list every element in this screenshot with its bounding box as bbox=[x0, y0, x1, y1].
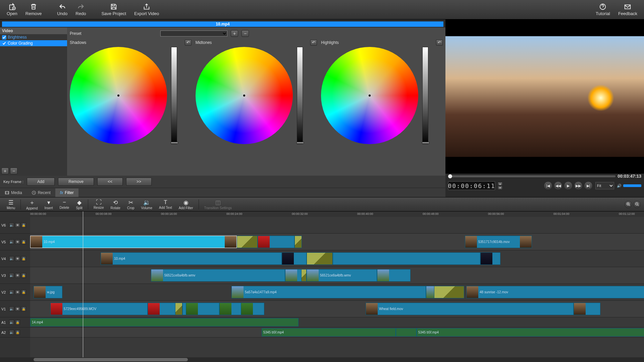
split-button[interactable]: ◆Split bbox=[72, 198, 86, 210]
track-header-v3[interactable]: V3🔈👁🔒 bbox=[0, 267, 30, 284]
brightness-checkbox[interactable] bbox=[2, 35, 6, 40]
track-header-v1[interactable]: V1🔈👁🔒 bbox=[0, 301, 30, 317]
lock-icon[interactable]: 🔒 bbox=[15, 330, 20, 335]
time-ruler[interactable]: 00:00:00:0000:00:08:0000:00:16:0000:00:2… bbox=[30, 212, 644, 217]
track-v1[interactable]: 5729eec495689.MOVWheat field.mov bbox=[30, 301, 644, 317]
track-header-a1[interactable]: A1🔈🔒 bbox=[0, 317, 30, 327]
preview-viewport[interactable] bbox=[445, 36, 644, 157]
clip[interactable] bbox=[574, 303, 600, 315]
track-header-v5[interactable]: V5🔈👁🔒 bbox=[0, 234, 30, 250]
zoom-out-button[interactable] bbox=[633, 201, 641, 208]
track-v2[interactable]: w.jpg5a57a4a1477a9.mp448 sunrise -12.mov bbox=[30, 284, 644, 301]
lock-icon[interactable]: 🔒 bbox=[15, 320, 20, 325]
midtones-reset-button[interactable]: ↶ bbox=[310, 40, 317, 46]
add-effect-button[interactable]: + bbox=[1, 168, 9, 174]
scrub-bar[interactable] bbox=[448, 175, 615, 177]
save-project-button[interactable]: Save Project bbox=[99, 2, 129, 17]
track-a2[interactable]: 5345 b5f.mp45345 b5f.mp4 bbox=[30, 327, 644, 338]
sidebar-item-color-grading[interactable]: Color Grading bbox=[0, 40, 67, 46]
eye-icon[interactable]: 👁 bbox=[15, 290, 20, 295]
timeline-h-scrollbar[interactable] bbox=[0, 357, 644, 362]
clip[interactable] bbox=[237, 236, 258, 248]
play-button[interactable]: ▶ bbox=[564, 181, 573, 190]
export-video-button[interactable]: Export Video bbox=[131, 2, 162, 17]
tutorial-button[interactable]: Tutorial bbox=[593, 2, 613, 17]
mute-icon[interactable]: 🔈 bbox=[9, 330, 14, 335]
append-button[interactable]: ＋Append bbox=[23, 198, 41, 211]
clip[interactable] bbox=[186, 303, 219, 315]
clip[interactable]: 5729eec495689.MOV bbox=[50, 303, 148, 315]
keyframe-next-button[interactable]: >> bbox=[126, 178, 152, 186]
rotate-button[interactable]: ⟲Rotate bbox=[107, 198, 123, 210]
shadows-luminance-slider[interactable] bbox=[171, 47, 177, 144]
clip[interactable]: 56521ce8a4bfb.wmv bbox=[307, 269, 377, 282]
keyframe-prev-button[interactable]: << bbox=[97, 178, 123, 186]
lock-icon[interactable]: 🔒 bbox=[21, 273, 26, 278]
clip[interactable] bbox=[294, 236, 302, 248]
timecode-down-button[interactable]: ▼ bbox=[498, 186, 502, 190]
clip[interactable] bbox=[307, 252, 333, 265]
mute-icon[interactable]: 🔈 bbox=[9, 320, 14, 325]
clip[interactable] bbox=[480, 252, 500, 265]
insert-button[interactable]: ▾Insert bbox=[41, 198, 56, 210]
clip[interactable]: 10.mp4 bbox=[30, 236, 237, 248]
midtones-wheel[interactable] bbox=[196, 47, 293, 144]
tab-filter[interactable]: fxFilter bbox=[55, 188, 78, 197]
clip[interactable] bbox=[258, 236, 294, 248]
zoom-in-button[interactable] bbox=[625, 201, 632, 208]
preset-select[interactable] bbox=[160, 31, 227, 37]
step-back-button[interactable]: ◀◀ bbox=[554, 181, 562, 190]
volume-button[interactable]: 🔉Volume bbox=[138, 198, 156, 210]
add-filter-button[interactable]: ◉Add Filter bbox=[175, 198, 197, 210]
highlights-wheel[interactable] bbox=[321, 47, 418, 144]
clip[interactable] bbox=[434, 286, 464, 298]
mute-icon[interactable]: 🔈 bbox=[9, 256, 14, 261]
timeline-menu-button[interactable]: ☰Menu bbox=[3, 198, 18, 210]
tab-media[interactable]: Media bbox=[0, 188, 27, 197]
tracks-area[interactable]: 00:00:00:0000:00:08:0000:00:16:0000:00:2… bbox=[30, 212, 644, 357]
feedback-button[interactable]: Feedback bbox=[615, 2, 640, 17]
clip[interactable]: 5345 b5f.mp4 bbox=[262, 328, 396, 337]
undo-button[interactable]: Undo bbox=[54, 2, 70, 17]
clip[interactable] bbox=[175, 303, 182, 315]
clip[interactable] bbox=[333, 252, 480, 265]
highlights-luminance-slider[interactable] bbox=[422, 47, 428, 144]
lock-icon[interactable]: 🔒 bbox=[21, 256, 26, 261]
track-header-v6[interactable]: V6🔈👁🔒 bbox=[0, 217, 30, 234]
track-v4[interactable]: 10.mp41.mov bbox=[30, 250, 644, 267]
eye-icon[interactable]: 👁 bbox=[15, 223, 20, 228]
goto-start-button[interactable]: |◀ bbox=[544, 181, 552, 190]
track-header-a2[interactable]: A2🔈🔒 bbox=[0, 327, 30, 338]
keyframe-remove-button[interactable]: Remove bbox=[58, 178, 94, 186]
clip[interactable]: 14.mp4 bbox=[30, 318, 299, 326]
clip[interactable]: 10.mp4 bbox=[101, 252, 282, 265]
eye-icon[interactable]: 👁 bbox=[15, 239, 20, 244]
add-text-button[interactable]: TAdd Text bbox=[156, 198, 175, 210]
shadows-wheel[interactable] bbox=[70, 47, 167, 144]
position-timecode[interactable]: 00:00:06:11 bbox=[448, 181, 495, 190]
lock-icon[interactable]: 🔒 bbox=[21, 223, 26, 228]
eye-icon[interactable]: 👁 bbox=[15, 273, 20, 278]
eye-icon[interactable]: 👁 bbox=[15, 256, 20, 261]
clip[interactable]: 56521ce8a4bfb.wmv bbox=[151, 269, 285, 282]
clip[interactable] bbox=[377, 269, 411, 282]
mute-icon[interactable]: 🔈 bbox=[9, 239, 14, 244]
track-v3[interactable]: 56521ce8a4bfb.wmv56521ce8a4bfb.wmv bbox=[30, 267, 644, 284]
track-v5[interactable]: 10.mp45351717c9014b.mov bbox=[30, 234, 644, 250]
clip[interactable] bbox=[241, 303, 264, 315]
preset-add-button[interactable]: + bbox=[231, 30, 238, 37]
timecode-up-button[interactable]: ▲ bbox=[498, 182, 502, 186]
clip[interactable] bbox=[282, 252, 307, 265]
shadows-reset-button[interactable]: ↶ bbox=[185, 40, 192, 46]
clip[interactable] bbox=[219, 303, 244, 315]
clip[interactable]: 5351717c9014b.mov bbox=[465, 236, 532, 248]
resize-button[interactable]: ⛶Resize bbox=[90, 198, 107, 210]
clip[interactable]: w.jpg bbox=[34, 286, 62, 298]
clip[interactable]: 5a57a4a1477a9.mp4 bbox=[231, 286, 426, 298]
clip[interactable]: Wheat field.mov bbox=[366, 303, 574, 315]
mute-icon[interactable]: 🔈 bbox=[9, 273, 14, 278]
zoom-fit-select[interactable]: Fit bbox=[595, 182, 614, 189]
mute-icon[interactable]: 🔈 bbox=[9, 290, 14, 295]
step-forward-button[interactable]: ▶▶ bbox=[574, 181, 583, 190]
mute-icon[interactable]: 🔈 bbox=[9, 223, 14, 228]
